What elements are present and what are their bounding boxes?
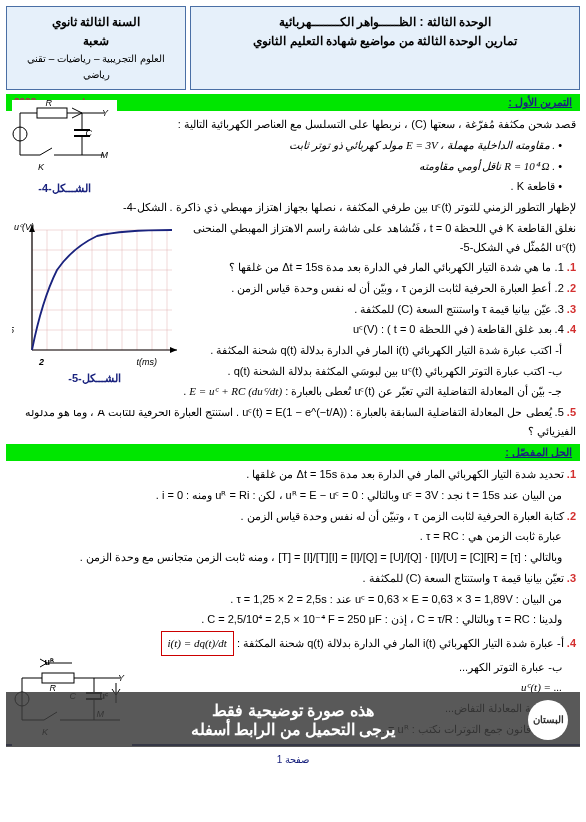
s2: 2. كتابة العبارة الحرفية لثابت الزمن τ ،…	[6, 507, 576, 526]
unit-title: الوحدة الثالثة : الظـــــواهر الكـــــــ…	[201, 13, 569, 32]
fig4-caption: الشـــكل-4-	[12, 182, 117, 195]
s3: 3. تعيّن بيانيا قيمة τ واستنتاج السعة (C…	[6, 569, 576, 588]
bullet-1: • مولد كهربائي ذو توتر ثابت E = 3V ، مقا…	[121, 136, 576, 155]
fig5-caption: الشـــكل-5-	[12, 372, 177, 385]
label-K: K	[38, 162, 45, 172]
intro-text: قصد شحن مكثفة مُفرّغة ، سعتها (C) ، نربط…	[121, 115, 576, 134]
q4c: جـ- بيّن أن المعادلة التفاضلية التي تعبّ…	[181, 382, 576, 401]
header-right-box: السنة الثالثة ثانوي شعبة العلوم التجريبي…	[6, 6, 186, 90]
exercise-title: التمرين الأول :	[508, 96, 572, 109]
y-half-tick: 0,5	[12, 325, 15, 335]
watermark-line1: هذه صورة توضيحية فقط	[212, 701, 373, 720]
svg-rect-33	[42, 673, 74, 683]
eq-i: i(t) = dq(t)/dt	[161, 631, 234, 656]
q4-intro: 4. 4. بعد غلق القاطعة ( في اللحظة t = 0 …	[181, 320, 576, 339]
subtitle: تمارين الوحدة الثالثة من مواضيع شهادة ال…	[201, 32, 569, 51]
q2: 2. 2. أعطِ العبارة الحرفية لثابت الزمن τ…	[181, 279, 576, 298]
svg-marker-31	[170, 347, 177, 353]
figure-4: R Y C E K M الشـــكل-4-	[12, 100, 117, 195]
s4b: ب- عبارة التوتر الكهر...	[136, 658, 576, 677]
label-Y2: Y	[118, 673, 125, 683]
branch-line: شعبة	[17, 32, 175, 51]
q4b: ب- اكتب عبارة التوتر الكهربائي uᶜ(t) بين…	[181, 362, 576, 381]
s3-text2: ولدينا : τ = RC وبالتالي : C = τ/R ، إذن…	[6, 610, 576, 629]
q1: 1. 1. ما هي شدة التيار الكهربائي المار ف…	[181, 258, 576, 277]
grade-line: السنة الثالثة ثانوي	[17, 13, 175, 32]
s2-text1: عبارة ثابت الزمن هي : τ = RC .	[6, 527, 576, 546]
y-axis-label: uᶜ(V)	[14, 222, 34, 232]
bullet-2: • ناقل أومي مقاومته R = 10⁴ Ω .	[121, 157, 576, 176]
line-2: لإظهار التطور الزمني للتوتر uᶜ(t) بين طر…	[121, 198, 576, 217]
q3: 3. 3. عيّن بيانيا قيمة τ واستنتج السعة (…	[181, 300, 576, 319]
s1: 1. تحديد شدة التيار الكهربائي المار في ا…	[6, 465, 576, 484]
solution-title: الحل المفصّل :	[505, 446, 572, 459]
figure-5-graph: uᶜ(V) t(ms) 0,5 2 الشـــكل-5-	[12, 220, 177, 410]
label-R: R	[46, 100, 53, 108]
line-3: نغلق القاطعة K في اللحظة t = 0 ، فَنُشاه…	[181, 219, 576, 256]
svg-rect-0	[37, 108, 67, 118]
label-M: M	[101, 150, 109, 160]
s2-text2: وبالتالي : [τ] = [R][C] = [U]/[I] · [Q]/…	[6, 548, 576, 567]
header-left-box: الوحدة الثالثة : الظـــــواهر الكـــــــ…	[190, 6, 580, 90]
solution-bar: الحل المفصّل :	[6, 444, 580, 461]
x-axis-label: t(ms)	[137, 357, 158, 367]
label-Y: Y	[102, 108, 109, 118]
s4a: 4. أ- عبارة شدة التيار الكهربائي i(t) ال…	[136, 631, 576, 656]
streams-line: العلوم التجريبية – رياضيات – تقني رياضي	[17, 51, 175, 83]
watermark-logo: البستان	[528, 700, 568, 740]
page-number: صفحة 1	[6, 754, 580, 765]
watermark-banner: البستان هذه صورة توضيحية فقط يرجى التحمي…	[6, 692, 580, 747]
svg-line-10	[40, 148, 52, 155]
bullet-3: • قاطعة K .	[121, 177, 576, 196]
s1-text: من البيان عند t = 15s نجد : uᶜ = 3V وبال…	[6, 486, 576, 505]
label-C: C	[86, 128, 93, 138]
watermark-line2: يرجى التحميل من الرابط أسفله	[191, 720, 396, 739]
s3-text1: من البيان : uᶜ = 0,63 × E = 0,63 × 3 = 1…	[6, 590, 576, 609]
x-tick-2: 2	[38, 357, 44, 367]
q4a: أ- اكتب عبارة شدة التيار الكهربائي i(t) …	[181, 341, 576, 360]
